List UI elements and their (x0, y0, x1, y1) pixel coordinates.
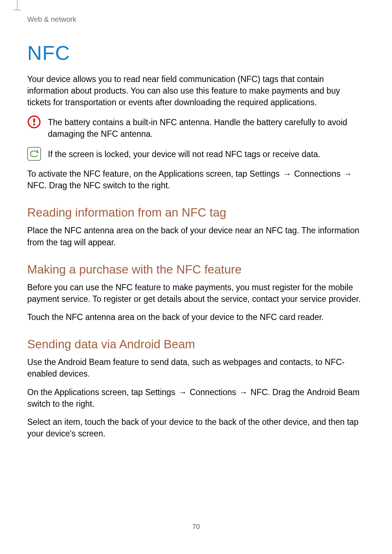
page-crop-mark (17, 0, 17, 10)
nav-settings: Settings (145, 387, 175, 397)
purchase-body-1: Before you can use the NFC feature to ma… (27, 282, 365, 305)
caution-text: The battery contains a built-in NFC ante… (48, 115, 365, 140)
beam-prefix: On the Applications screen, tap (27, 387, 145, 397)
reading-body: Place the NFC antenna area on the back o… (27, 225, 365, 248)
beam-mid: . Drag the (268, 387, 307, 397)
nav-connections: Connections (190, 387, 236, 397)
nav-connections: Connections (294, 169, 340, 178)
arrow-icon: → (340, 169, 352, 178)
page-number: 70 (0, 523, 392, 531)
tip-icon (27, 147, 41, 161)
svg-rect-1 (33, 118, 35, 123)
tip-note: If the screen is locked, your device wil… (27, 147, 365, 161)
beam-body-3: Select an item, touch the back of your d… (27, 416, 365, 439)
arrow-icon: → (175, 387, 190, 397)
page-title: NFC (27, 41, 365, 65)
caution-icon (27, 115, 41, 129)
section-header: Web & network (27, 15, 365, 24)
purchase-body-2: Touch the NFC antenna area on the back o… (27, 311, 365, 323)
beam-body-2: On the Applications screen, tap Settings… (27, 386, 365, 410)
page-content: Web & network NFC Your device allows you… (0, 0, 392, 439)
beam-suffix: switch to the right. (27, 399, 94, 409)
tip-text: If the screen is locked, your device wil… (48, 147, 320, 160)
activation-paragraph: To activate the NFC feature, on the Appl… (27, 168, 365, 191)
nfc-switch-label: NFC (83, 181, 101, 190)
activation-suffix2: switch to the right. (101, 181, 170, 190)
activation-suffix1: . Drag the (44, 181, 83, 190)
nav-nfc: NFC (27, 181, 44, 190)
caution-note: The battery contains a built-in NFC ante… (27, 115, 365, 140)
activation-prefix: To activate the NFC feature, on the Appl… (27, 169, 249, 178)
nav-nfc: NFC (250, 387, 268, 397)
arrow-icon: → (280, 169, 294, 178)
beam-title: Sending data via Android Beam (27, 337, 365, 351)
intro-paragraph: Your device allows you to read near fiel… (27, 73, 365, 108)
beam-body-1: Use the Android Beam feature to send dat… (27, 356, 365, 379)
nav-settings: Settings (249, 169, 279, 178)
purchase-title: Making a purchase with the NFC feature (27, 263, 365, 276)
svg-point-2 (33, 123, 35, 126)
android-beam-label: Android Beam (307, 387, 360, 397)
arrow-icon: → (236, 387, 251, 397)
reading-title: Reading information from an NFC tag (27, 206, 365, 219)
tip-icon-wrapper (27, 147, 41, 161)
